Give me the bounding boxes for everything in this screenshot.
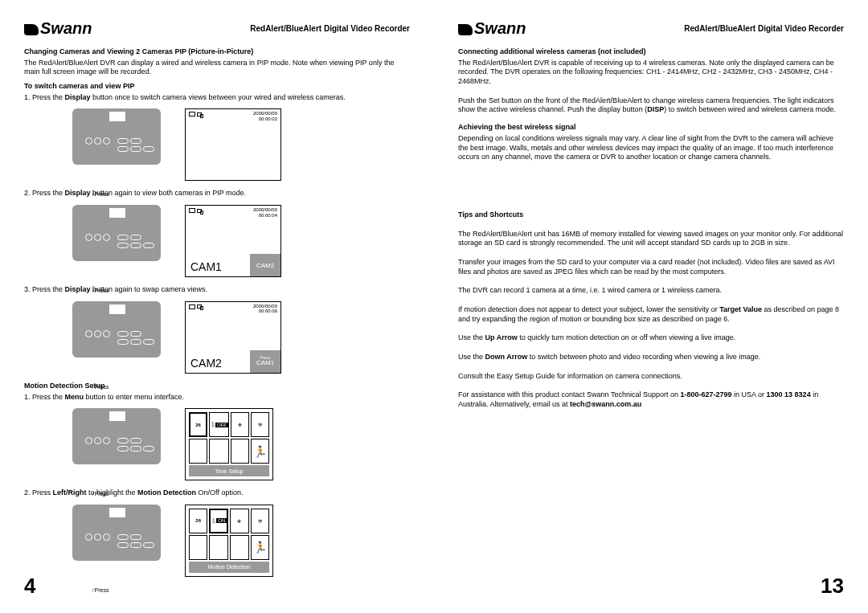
menu-cell-date: 26 bbox=[189, 412, 207, 437]
motion-step-1: 1. Press the Menu button to enter menu i… bbox=[24, 393, 410, 403]
menu-cell-sens: ✥ bbox=[231, 412, 249, 437]
swan-icon bbox=[24, 24, 39, 35]
tips-p6: Use the Down Arrow to switch between pho… bbox=[458, 353, 844, 362]
signal-heading: Achieving the best wireless signal bbox=[458, 123, 844, 133]
motion-heading: Motion Detection Setup bbox=[24, 382, 410, 391]
cam1-label: CAM1 bbox=[190, 260, 222, 273]
menu-cell-tool: ⚒ bbox=[251, 412, 269, 437]
page-number: 4 bbox=[24, 574, 35, 599]
screen-diagram-3: 2000/00/0000:00:06 CAM2 PressCAM1 bbox=[185, 301, 281, 374]
device-diagram-5: ↑Press bbox=[72, 505, 161, 577]
cam2-label: CAM2 bbox=[190, 357, 222, 370]
screen-diagram-1: 2000/00/0000:00:02 bbox=[185, 108, 281, 181]
device-diagram-1: ↑Press bbox=[72, 108, 161, 181]
connect-heading: Connecting additional wireless cameras (… bbox=[458, 47, 844, 57]
tips-p7: Consult the Easy Setup Guide for informa… bbox=[458, 372, 844, 382]
step-2: 2. Press the Display button again to vie… bbox=[24, 189, 410, 198]
device-diagram-2: ↑Press bbox=[72, 205, 161, 277]
motion-step-2: 2. Press Left/Right to highlight the Mot… bbox=[24, 488, 410, 498]
tips-heading: Tips and Shortcuts bbox=[458, 210, 844, 220]
figure-row-3: ↑Press 2000/00/0000:00:06 CAM2 PressCAM1 bbox=[72, 301, 410, 374]
header: Swann RedAlert/BlueAlert Digital Video R… bbox=[24, 19, 410, 38]
menu-cell-motion: 🏃ON bbox=[209, 509, 228, 533]
screen-diagram-2: 2000/00/0000:00:04 CAM1 CAM2 bbox=[185, 205, 281, 277]
page-left: Swann RedAlert/BlueAlert Digital Video R… bbox=[0, 0, 434, 613]
menu-cell-exit: 🏃 bbox=[251, 535, 269, 560]
menu-screen-1: 26 🏃OFF ✥ ⚒ 🏃 Time Setup bbox=[185, 408, 273, 480]
menu-cell-blank bbox=[209, 535, 228, 560]
menu-footer: Motion Detection bbox=[189, 562, 269, 573]
tips-p2: Transfer your images from the SD card to… bbox=[458, 258, 844, 276]
menu-cell-tool: ⚒ bbox=[251, 509, 269, 533]
device-icon bbox=[72, 505, 161, 561]
pip-box: PressCAM1 bbox=[250, 350, 280, 373]
brand-logo: Swann bbox=[458, 19, 526, 38]
menu-cell-motion: 🏃OFF bbox=[209, 412, 229, 437]
menu-cell-sens: ✥ bbox=[230, 509, 248, 533]
device-diagram-4: ↑Press bbox=[72, 408, 161, 480]
tips-p5: Use the Up Arrow to quickly turn motion … bbox=[458, 333, 844, 343]
pip-heading: Changing Cameras and Viewing 2 Cameras P… bbox=[24, 47, 410, 57]
device-icon bbox=[72, 408, 161, 464]
menu-cell-blank bbox=[189, 439, 207, 464]
figure-row-5: ↑Press 26 🏃ON ✥ ⚒ 🏃 Motion Detection bbox=[72, 505, 410, 577]
connect-p2: Push the Set button on the front of the … bbox=[458, 96, 844, 115]
device-icon bbox=[72, 301, 161, 358]
step-1: 1. Press the Display button once to swit… bbox=[24, 93, 410, 103]
tips-p8: For assistance with this product contact… bbox=[458, 390, 844, 409]
doc-title: RedAlert/BlueAlert Digital Video Recorde… bbox=[684, 24, 844, 33]
device-icon bbox=[72, 108, 161, 165]
figure-row-1: ↑Press 2000/00/0000:00:02 bbox=[72, 108, 410, 181]
menu-cell-blank bbox=[209, 439, 229, 464]
swan-icon bbox=[458, 24, 473, 35]
doc-title: RedAlert/BlueAlert Digital Video Recorde… bbox=[250, 24, 410, 33]
menu-cell-date: 26 bbox=[189, 509, 207, 533]
menu-screen-2: 26 🏃ON ✥ ⚒ 🏃 Motion Detection bbox=[185, 505, 273, 577]
device-icon bbox=[72, 205, 161, 261]
press-label: ↑Press bbox=[92, 288, 108, 293]
brand-text: Swann bbox=[474, 19, 526, 37]
step-3: 3. Press the Display button again to swa… bbox=[24, 285, 410, 295]
menu-cell-exit: 🏃 bbox=[251, 439, 269, 464]
switch-heading: To switch cameras and view PIP bbox=[24, 82, 410, 92]
pip-intro: The RedAlert/BlueAlert DVR can display a… bbox=[24, 59, 410, 77]
pip-box: CAM2 bbox=[250, 254, 280, 276]
menu-cell-blank bbox=[231, 439, 249, 464]
press-label: ↑Press bbox=[92, 587, 108, 593]
figure-row-4: ↑Press 26 🏃OFF ✥ ⚒ 🏃 Time Setup bbox=[72, 408, 410, 480]
menu-footer: Time Setup bbox=[189, 465, 269, 476]
tips-p1: The RedAlert/BlueAlert unit has 16MB of … bbox=[458, 230, 844, 248]
press-label: ↑Press bbox=[92, 491, 108, 497]
tips-p3: The DVR can record 1 camera at a time, i… bbox=[458, 286, 844, 296]
menu-cell-blank bbox=[189, 535, 207, 560]
figure-row-2: ↑Press 2000/00/0000:00:04 CAM1 CAM2 bbox=[72, 205, 410, 277]
press-label: ↑Press bbox=[92, 384, 108, 390]
signal-p: Depending on local conditions wireless s… bbox=[458, 134, 844, 162]
connect-p1: The RedAlert/BlueAlert DVR is capable of… bbox=[458, 59, 844, 87]
device-diagram-3: ↑Press bbox=[72, 301, 161, 374]
brand-logo: Swann bbox=[24, 19, 92, 38]
page-right: Swann RedAlert/BlueAlert Digital Video R… bbox=[434, 0, 868, 613]
header: Swann RedAlert/BlueAlert Digital Video R… bbox=[458, 19, 844, 38]
menu-cell-blank bbox=[230, 535, 248, 560]
page-number: 13 bbox=[821, 574, 844, 599]
brand-text: Swann bbox=[40, 19, 92, 37]
press-label: ↑Press bbox=[92, 191, 108, 197]
tips-p4: If motion detection does not appear to d… bbox=[458, 305, 844, 324]
